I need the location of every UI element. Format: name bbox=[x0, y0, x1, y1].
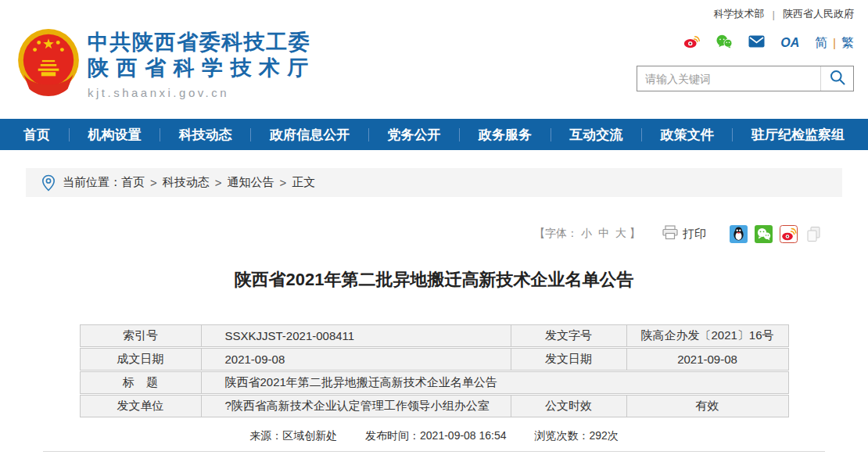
nav-item-gov-info[interactable]: 政府信息公开 bbox=[270, 126, 350, 144]
breadcrumb: 当前位置： 首页 > 科技动态 > 通知公告 > 正文 bbox=[26, 168, 842, 197]
issue-date-label: 发文日期 bbox=[511, 349, 627, 370]
view-count-value: 292次 bbox=[589, 429, 618, 442]
bottom-divider bbox=[43, 451, 825, 452]
validity-value: 有效 bbox=[627, 396, 788, 417]
lang-divider: | bbox=[833, 37, 836, 49]
nav-item-home[interactable]: 首页 bbox=[23, 126, 50, 144]
share-weibo-icon[interactable] bbox=[780, 225, 798, 243]
table-row: 成文日期 2021-09-08 发文日期 2021-09-08 bbox=[80, 348, 789, 371]
breadcrumb-current: 正文 bbox=[292, 175, 315, 190]
nav-divider bbox=[459, 128, 460, 141]
view-count-info: 浏览次数：292次 bbox=[534, 429, 618, 442]
org-title-line1: 中共陕西省委科技工委 bbox=[88, 30, 316, 56]
font-size-medium-button[interactable]: 中 bbox=[598, 227, 609, 241]
nav-divider bbox=[551, 128, 551, 141]
copy-link-icon[interactable] bbox=[805, 225, 823, 243]
font-size-control: 【字体： 小 中 大 】 bbox=[534, 227, 640, 241]
site-url: kjt.shaanxi.gov.cn bbox=[88, 86, 316, 99]
article-meta-footer: 来源：区域创新处 发布时间：2021-09-08 16:54 浏览次数：292次 bbox=[0, 429, 868, 443]
written-date-value: 2021-09-08 bbox=[202, 349, 511, 370]
nav-item-interaction[interactable]: 互动交流 bbox=[569, 126, 622, 144]
topbar-separator: | bbox=[773, 9, 775, 20]
publish-time-info: 发布时间：2021-09-08 16:54 bbox=[365, 429, 507, 442]
nav-divider bbox=[641, 128, 642, 141]
share-qq-icon[interactable] bbox=[730, 225, 748, 243]
lang-traditional[interactable]: 繁 bbox=[841, 36, 854, 49]
doc-title-label: 标 题 bbox=[81, 372, 202, 393]
index-number-value: SSXKJJST-2021-008411 bbox=[202, 325, 511, 346]
search-box bbox=[637, 66, 854, 91]
nav-item-gov-services[interactable]: 政务服务 bbox=[479, 126, 532, 144]
article-toolbar: 【字体： 小 中 大 】 打印 bbox=[0, 224, 868, 244]
nav-item-org[interactable]: 机构设置 bbox=[88, 126, 141, 144]
national-emblem-logo bbox=[17, 28, 80, 102]
topbar: 科学技术部 | 陕西省人民政府 bbox=[0, 0, 868, 23]
issuer-value: ?陕西省高新技术企业认定管理工作领导小组办公室 bbox=[202, 396, 511, 417]
nav-item-discipline-inspection[interactable]: 驻厅纪检监察组 bbox=[751, 126, 845, 144]
printer-icon bbox=[662, 225, 683, 242]
font-size-small-button[interactable]: 小 bbox=[581, 227, 592, 241]
document-meta-table: 索引号 SSXKJJST-2021-008411 发文字号 陕高企办发〔2021… bbox=[80, 324, 789, 417]
breadcrumb-separator: > bbox=[280, 176, 287, 189]
location-pin-icon bbox=[41, 174, 56, 192]
issue-date-value: 2021-09-08 bbox=[627, 349, 788, 370]
share-icons bbox=[730, 225, 823, 243]
header-right: OA 简|繁 bbox=[637, 33, 854, 91]
breadcrumb-label: 当前位置： bbox=[63, 175, 121, 190]
table-row: 索引号 SSXKJJST-2021-008411 发文字号 陕高企办发〔2021… bbox=[80, 324, 789, 347]
topbar-link-most[interactable]: 科学技术部 bbox=[714, 7, 765, 21]
written-date-label: 成文日期 bbox=[81, 349, 202, 370]
share-wechat-icon[interactable] bbox=[755, 225, 773, 243]
table-row: 标 题 陕西省2021年第二批异地搬迁高新技术企业名单公告 bbox=[80, 371, 789, 394]
font-size-suffix: 】 bbox=[629, 227, 640, 241]
weibo-icon[interactable] bbox=[683, 34, 700, 52]
search-button[interactable] bbox=[820, 66, 853, 91]
issuer-label: 发文单位 bbox=[81, 396, 202, 417]
oa-link[interactable]: OA bbox=[780, 36, 799, 50]
main-nav: 首页 机构设置 科技动态 政府信息公开 党务公开 政务服务 互动交流 政策文件 … bbox=[0, 119, 868, 150]
breadcrumb-tech-news[interactable]: 科技动态 bbox=[163, 175, 210, 190]
nav-divider bbox=[69, 128, 70, 141]
org-title-line2: 陕西省科学技术厅 bbox=[88, 56, 316, 81]
doc-title-value: 陕西省2021年第二批异地搬迁高新技术企业名单公告 bbox=[202, 372, 788, 393]
print-button[interactable]: 打印 bbox=[662, 225, 706, 242]
nav-item-party-affairs[interactable]: 党务公开 bbox=[388, 126, 441, 144]
source-value: 区域创新处 bbox=[282, 429, 337, 442]
mail-icon[interactable] bbox=[748, 35, 765, 51]
validity-label: 公文时效 bbox=[511, 396, 627, 417]
masthead: 中共陕西省委科技工委 陕西省科学技术厅 kjt.shaanxi.gov.cn bbox=[88, 30, 316, 99]
breadcrumb-separator: > bbox=[150, 176, 157, 189]
search-icon bbox=[829, 69, 846, 89]
font-size-prefix: 【字体： bbox=[534, 227, 578, 241]
doc-number-label: 发文字号 bbox=[511, 325, 627, 346]
article-title: 陕西省2021年第二批异地搬迁高新技术企业名单公告 bbox=[0, 268, 868, 292]
index-number-label: 索引号 bbox=[81, 325, 202, 346]
quicklinks: OA 简|繁 bbox=[637, 33, 854, 53]
doc-number-value: 陕高企办发〔2021〕16号 bbox=[627, 325, 788, 346]
topbar-link-shaanxi-gov[interactable]: 陕西省人民政府 bbox=[783, 7, 854, 21]
search-input[interactable] bbox=[637, 66, 820, 91]
breadcrumb-separator: > bbox=[215, 176, 222, 189]
nav-divider bbox=[160, 128, 160, 141]
source-info: 来源：区域创新处 bbox=[249, 429, 337, 442]
wechat-icon[interactable] bbox=[716, 34, 733, 52]
publish-time-value: 2021-09-08 16:54 bbox=[420, 429, 507, 442]
nav-item-tech-news[interactable]: 科技动态 bbox=[179, 126, 232, 144]
breadcrumb-notices[interactable]: 通知公告 bbox=[228, 175, 274, 190]
breadcrumb-home[interactable]: 首页 bbox=[121, 175, 145, 190]
nav-divider bbox=[368, 128, 369, 141]
lang-simplified[interactable]: 简 bbox=[815, 36, 827, 49]
font-size-large-button[interactable]: 大 bbox=[615, 227, 626, 241]
nav-divider bbox=[732, 128, 733, 141]
site-header: 中共陕西省委科技工委 陕西省科学技术厅 kjt.shaanxi.gov.cn bbox=[0, 23, 868, 119]
print-label: 打印 bbox=[683, 227, 706, 242]
nav-item-policy-docs[interactable]: 政策文件 bbox=[661, 126, 714, 144]
table-row: 发文单位 ?陕西省高新技术企业认定管理工作领导小组办公室 公文时效 有效 bbox=[80, 395, 789, 417]
nav-divider bbox=[250, 128, 251, 141]
language-toggle: 简|繁 bbox=[815, 35, 854, 52]
